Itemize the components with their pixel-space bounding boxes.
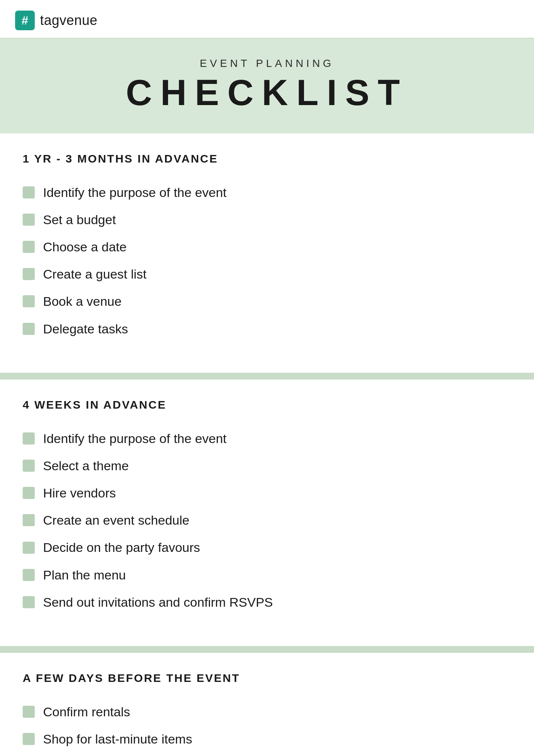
- item-text: Shop for last-minute items: [43, 731, 192, 747]
- checkbox[interactable]: [23, 432, 35, 445]
- list-item[interactable]: Shop for last-minute items: [23, 725, 511, 753]
- checkbox[interactable]: [23, 487, 35, 499]
- item-text: Choose a date: [43, 239, 127, 255]
- list-item[interactable]: Identify the purpose of the event: [23, 179, 511, 206]
- item-text: Select a theme: [43, 457, 129, 474]
- list-item[interactable]: Hire vendors: [23, 479, 511, 507]
- item-text: Book a venue: [43, 293, 122, 310]
- item-text: Plan the menu: [43, 567, 126, 583]
- list-item[interactable]: Create a guest list: [23, 260, 511, 288]
- tagvenue-logo-icon: #: [15, 11, 35, 30]
- item-text: Delegate tasks: [43, 321, 128, 337]
- section-fewdays: A FEW DAYS BEFORE THE EVENT Confirm rent…: [23, 653, 511, 756]
- section-fewdays-header: A FEW DAYS BEFORE THE EVENT: [23, 672, 511, 685]
- checkbox[interactable]: [23, 214, 35, 226]
- checkbox[interactable]: [23, 569, 35, 581]
- item-text: Identify the purpose of the event: [43, 184, 227, 201]
- item-text: Hire vendors: [43, 485, 116, 501]
- item-text: Create a guest list: [43, 266, 147, 282]
- title-section: EVENT PLANNING CHECKLIST: [0, 39, 534, 133]
- checkbox[interactable]: [23, 542, 35, 554]
- section-4weeks: 4 WEEKS IN ADVANCE Identify the purpose …: [23, 380, 511, 646]
- list-item[interactable]: Choose a date: [23, 233, 511, 260]
- band-separator-2: [0, 646, 534, 653]
- checkbox[interactable]: [23, 241, 35, 253]
- checkbox[interactable]: [23, 186, 35, 198]
- section-1yr: 1 YR - 3 MONTHS IN ADVANCE Identify the …: [23, 133, 511, 373]
- checkbox[interactable]: [23, 323, 35, 335]
- checkbox[interactable]: [23, 706, 35, 718]
- item-text: Create an event schedule: [43, 512, 189, 528]
- svg-text:#: #: [22, 14, 28, 27]
- checkbox[interactable]: [23, 514, 35, 526]
- item-text: Confirm rentals: [43, 703, 130, 720]
- list-item[interactable]: Send out invitations and confirm RSVPS: [23, 589, 511, 616]
- checkbox[interactable]: [23, 295, 35, 307]
- list-item[interactable]: Decide on the party favours: [23, 534, 511, 561]
- section-4weeks-header: 4 WEEKS IN ADVANCE: [23, 398, 511, 411]
- item-text: Set a budget: [43, 211, 116, 228]
- content-area-3: A FEW DAYS BEFORE THE EVENT Confirm rent…: [0, 653, 534, 756]
- content-area: 1 YR - 3 MONTHS IN ADVANCE Identify the …: [0, 133, 534, 373]
- list-item[interactable]: Select a theme: [23, 452, 511, 479]
- list-item[interactable]: Plan the menu: [23, 561, 511, 589]
- list-item[interactable]: Delegate tasks: [23, 315, 511, 342]
- checkbox[interactable]: [23, 268, 35, 280]
- page-subtitle: EVENT PLANNING: [15, 57, 519, 70]
- item-text: Decide on the party favours: [43, 539, 200, 556]
- item-text: Identify the purpose of the event: [43, 430, 227, 447]
- checkbox[interactable]: [23, 460, 35, 472]
- page-title: CHECKLIST: [15, 73, 519, 113]
- section-1yr-header: 1 YR - 3 MONTHS IN ADVANCE: [23, 152, 511, 165]
- list-item[interactable]: Create an event schedule: [23, 507, 511, 534]
- logo-text: tagvenue: [40, 12, 97, 28]
- list-item[interactable]: Confirm rentals: [23, 698, 511, 725]
- logo-container: # tagvenue: [15, 11, 97, 30]
- checkbox[interactable]: [23, 733, 35, 745]
- section-1yr-list: Identify the purpose of the event Set a …: [23, 179, 511, 342]
- content-area-2: 4 WEEKS IN ADVANCE Identify the purpose …: [0, 380, 534, 646]
- list-item[interactable]: Book a venue: [23, 288, 511, 315]
- section-fewdays-list: Confirm rentals Shop for last-minute ite…: [23, 698, 511, 756]
- list-item[interactable]: Identify the purpose of the event: [23, 425, 511, 452]
- item-text: Send out invitations and confirm RSVPS: [43, 594, 273, 610]
- header: # tagvenue: [0, 0, 534, 39]
- checkbox[interactable]: [23, 596, 35, 608]
- list-item[interactable]: Go through the checklist again: [23, 753, 511, 756]
- list-item[interactable]: Set a budget: [23, 206, 511, 233]
- section-4weeks-list: Identify the purpose of the event Select…: [23, 425, 511, 616]
- band-separator-1: [0, 373, 534, 380]
